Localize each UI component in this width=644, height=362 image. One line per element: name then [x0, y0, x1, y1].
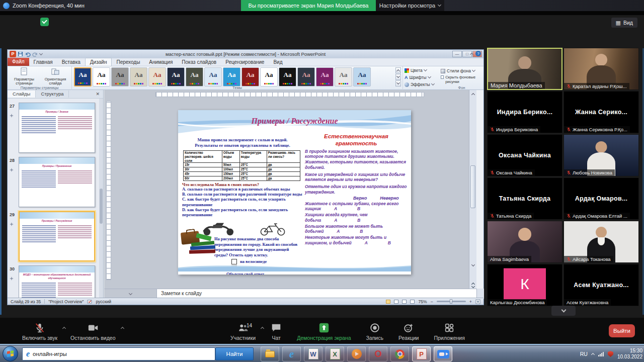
participant-tile[interactable]: Мария Молдыбаева — [487, 48, 562, 90]
redo-icon[interactable] — [32, 51, 38, 57]
search-button[interactable]: Найти — [215, 347, 254, 360]
gallery-up-icon[interactable] — [395, 67, 401, 73]
theme-thumbnail[interactable]: Aa — [260, 67, 278, 86]
minimize-ribbon-icon[interactable] — [470, 52, 473, 56]
ribbon-tab[interactable]: Главная — [29, 58, 57, 66]
antivirus-icon[interactable] — [608, 351, 613, 357]
tab-slides[interactable]: Слайды — [8, 90, 36, 98]
participant-tile[interactable]: Alma Sagimbaeva — [487, 221, 562, 263]
vertical-scrollbar[interactable] — [469, 90, 476, 289]
theme-thumbnail[interactable]: Aa — [297, 67, 315, 86]
start-button[interactable] — [3, 346, 18, 361]
theme-thumbnail[interactable]: Aa — [74, 67, 92, 86]
participant-tile[interactable]: Оксана ЧайкинаОксана Чайкина — [487, 134, 562, 176]
theme-thumbnail[interactable]: Aa — [353, 67, 371, 86]
theme-thumbnail[interactable]: Aa — [186, 67, 203, 86]
ribbon-tab[interactable]: Вид — [269, 58, 287, 66]
participant-tile[interactable]: Индира Берико...Индира Бериковна — [487, 91, 562, 133]
participant-tile[interactable]: ККарлыгаш Дюсембинова — [487, 264, 562, 306]
fit-to-window-icon[interactable] — [475, 299, 480, 304]
participants-scroll-down-button[interactable] — [551, 306, 576, 316]
scroll-up-icon[interactable] — [470, 90, 476, 97]
slideshow-icon[interactable] — [410, 300, 415, 304]
next-slide-icon[interactable] — [471, 285, 474, 288]
theme-fonts-button[interactable]: AШрифты — [405, 75, 431, 80]
participant-tile[interactable]: Асем Куатжано...Асем Куатжановна — [564, 264, 639, 306]
ribbon-tab[interactable]: Анимация — [144, 58, 177, 66]
participants-button[interactable]: 14Участники — [230, 322, 256, 341]
reading-view-icon[interactable] — [402, 300, 407, 304]
qat-dropdown-icon[interactable] — [39, 51, 43, 55]
chevron-up-icon[interactable] — [120, 327, 124, 330]
tray-expand-icon[interactable] — [591, 353, 595, 356]
tab-outline[interactable]: Структура — [36, 90, 69, 98]
slide-thumbnail[interactable]: 27Примеры / Знание — [10, 103, 98, 153]
panel-scrollbar[interactable] — [99, 99, 103, 299]
participant-tile[interactable]: Айсара Токанова — [564, 221, 639, 263]
language-indicator[interactable]: русский — [96, 299, 111, 304]
theme-thumbnail[interactable]: Aa — [316, 67, 334, 86]
zoom-slider[interactable] — [437, 301, 466, 302]
theme-thumbnail[interactable]: Aa — [223, 67, 240, 86]
minimize-button[interactable]: — — [452, 51, 462, 57]
participant-tile[interactable]: Жанна Серико...Жанна Сериковна Р.Қо... — [564, 91, 639, 133]
slide-notes-input[interactable]: Заметки к слайду — [156, 289, 477, 299]
notes-splitter[interactable] — [104, 289, 156, 299]
video-button[interactable]: Остановить видео — [70, 322, 115, 341]
ribbon-tab[interactable]: Показ слайдов — [177, 58, 221, 66]
hide-background-checkbox[interactable]: Скрыть фоновые рисунки — [441, 75, 483, 84]
taskbar-clock[interactable]: 15:30 10.03.2022 — [617, 348, 642, 360]
scrollbar-thumb[interactable] — [470, 165, 475, 208]
page-setup-button[interactable]: Параметры страницы — [9, 67, 39, 86]
slide-orientation-button[interactable]: Ориентация слайда — [40, 67, 70, 86]
scroll-down-icon[interactable] — [470, 262, 476, 268]
taskbar-excel[interactable] — [326, 346, 344, 361]
participant-tile[interactable]: Татьяна СкирдаТатьяна Скирда — [487, 177, 562, 220]
security-shield-icon[interactable] — [40, 18, 49, 26]
slide-canvas[interactable]: Примеры / Рассуждение Маша провела экспе… — [178, 110, 411, 275]
theme-thumbnail[interactable]: Aa — [111, 67, 129, 86]
help-icon[interactable]: ? — [475, 51, 481, 56]
taskbar-search-input[interactable]: онлайн-игры — [22, 347, 215, 360]
language-switcher[interactable]: RU — [580, 351, 588, 357]
taskbar-powerpoint[interactable] — [412, 346, 431, 361]
slide-sorter-icon[interactable] — [394, 300, 398, 304]
zoom-in-icon[interactable]: + — [469, 300, 472, 304]
panel-close-icon[interactable]: ✕ — [92, 92, 103, 97]
taskbar-zoom[interactable] — [434, 346, 452, 361]
gallery-view-button[interactable]: ▦ Вид — [611, 18, 637, 28]
theme-thumbnail[interactable]: Aa — [335, 67, 352, 86]
spellcheck-icon[interactable] — [87, 299, 92, 304]
powerpoint-titlebar[interactable]: P мастер-класс готовый.ppt [Режим совмес… — [8, 50, 484, 58]
theme-thumbnail[interactable]: Aa — [130, 67, 147, 86]
theme-thumbnail[interactable]: Aa — [279, 67, 296, 86]
reactions-button[interactable]: Реакции — [398, 322, 419, 341]
normal-view-icon[interactable] — [386, 300, 390, 304]
mute-button[interactable]: Включить звук — [22, 322, 57, 341]
slide-nav-buttons[interactable] — [470, 282, 476, 288]
leave-meeting-button[interactable]: Выйти — [609, 324, 635, 337]
theme-thumbnail[interactable]: Aa — [242, 67, 259, 86]
slide-thumbnail[interactable]: 30МОДО – мониторинг образовательных дост… — [10, 265, 98, 299]
ribbon-tab[interactable]: Вставка — [57, 58, 85, 66]
ribbon-tab[interactable]: Файл — [8, 58, 29, 66]
taskbar-internet-explorer[interactable] — [282, 346, 301, 361]
view-options-button[interactable]: Настройки просмотра — [376, 0, 444, 11]
slide-thumbnail[interactable]: 28Примеры / Применение — [10, 157, 98, 207]
chevron-up-icon[interactable] — [261, 327, 264, 330]
slide-thumbnail[interactable]: 29Примеры / Рассуждение — [10, 211, 98, 261]
taskbar-opera[interactable] — [369, 346, 387, 361]
ribbon-tab[interactable]: Дизайн — [85, 58, 112, 66]
chat-button[interactable]: Чат — [271, 322, 282, 341]
theme-thumbnail[interactable]: Aa — [204, 67, 222, 86]
chevron-up-icon[interactable] — [62, 327, 66, 330]
theme-thumbnail[interactable]: Aa — [148, 67, 166, 86]
participant-tile[interactable]: Ардақ Омаров...Ардақ Омарова Елтай ... — [564, 177, 639, 220]
theme-thumbnail[interactable]: Aa — [93, 67, 110, 86]
save-icon[interactable] — [18, 51, 23, 57]
taskbar-media-player[interactable] — [347, 346, 366, 361]
theme-effects-button[interactable]: Эффекты — [405, 82, 434, 87]
taskbar-file-explorer[interactable] — [261, 346, 279, 361]
participant-tile[interactable]: Любовь Новикова — [564, 134, 639, 176]
background-styles-button[interactable]: Стили фона — [441, 68, 475, 73]
